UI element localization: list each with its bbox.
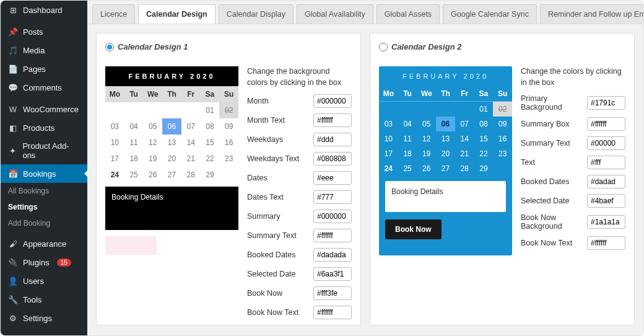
calendar-day[interactable]: 09 bbox=[219, 118, 238, 135]
calendar-day[interactable]: 27 bbox=[436, 161, 455, 176]
calendar-day[interactable] bbox=[379, 102, 398, 117]
calendar-day[interactable]: 06 bbox=[436, 117, 455, 131]
color-input[interactable] bbox=[313, 248, 352, 262]
sidebar-bookings[interactable]: 📅Bookings bbox=[1, 164, 87, 183]
calendar-day[interactable] bbox=[398, 102, 417, 117]
calendar-day[interactable]: 09 bbox=[493, 117, 512, 131]
color-input[interactable] bbox=[313, 267, 352, 281]
sidebar-settings-sub[interactable]: Settings bbox=[1, 199, 87, 215]
calendar-day[interactable] bbox=[181, 102, 201, 118]
calendar-day[interactable] bbox=[219, 167, 238, 183]
calendar-day[interactable]: 17 bbox=[105, 151, 124, 167]
calendar-day[interactable]: 08 bbox=[474, 117, 494, 131]
calendar-day[interactable]: 23 bbox=[493, 146, 512, 161]
tab-licence[interactable]: Licence bbox=[92, 4, 135, 24]
calendar-day[interactable]: 20 bbox=[162, 151, 181, 167]
color-input[interactable] bbox=[313, 171, 352, 185]
calendar-day[interactable]: 16 bbox=[493, 131, 512, 146]
calendar-day[interactable] bbox=[436, 102, 455, 117]
tab-calendar-display[interactable]: Calendar Display bbox=[219, 4, 294, 24]
design-1-radio[interactable]: Calendar Design 1 bbox=[105, 42, 352, 51]
calendar-day[interactable]: 08 bbox=[201, 118, 220, 135]
sidebar-comments[interactable]: 💬Comments bbox=[1, 78, 87, 97]
calendar-day[interactable]: 11 bbox=[398, 131, 417, 146]
calendar-day[interactable]: 10 bbox=[105, 135, 124, 151]
sidebar-products[interactable]: ◧Products bbox=[1, 118, 87, 137]
sidebar-users[interactable]: 👤Users bbox=[1, 272, 87, 290]
calendar-day[interactable] bbox=[455, 102, 474, 117]
calendar-day[interactable]: 21 bbox=[181, 151, 201, 167]
calendar-day[interactable]: 26 bbox=[417, 161, 436, 176]
calendar-day[interactable]: 12 bbox=[143, 135, 162, 151]
color-input[interactable] bbox=[313, 229, 352, 242]
color-input[interactable] bbox=[587, 215, 625, 229]
calendar-day[interactable]: 26 bbox=[143, 167, 162, 183]
sidebar-cloudways[interactable]: ☁Cloudways Migrate bbox=[1, 330, 87, 335]
cal2-book-now[interactable]: Book Now bbox=[385, 219, 442, 239]
calendar-day[interactable]: 05 bbox=[417, 117, 436, 131]
calendar-day[interactable]: 25 bbox=[398, 161, 417, 176]
calendar-day[interactable]: 06 bbox=[162, 118, 181, 135]
calendar-day[interactable]: 12 bbox=[417, 131, 436, 146]
calendar-day[interactable]: 21 bbox=[455, 146, 474, 161]
color-input[interactable] bbox=[587, 156, 625, 169]
sidebar-media[interactable]: 🎵Media bbox=[1, 41, 87, 60]
calendar-day[interactable]: 18 bbox=[124, 151, 144, 167]
color-input[interactable] bbox=[587, 96, 625, 110]
color-input[interactable] bbox=[587, 236, 625, 250]
calendar-day[interactable] bbox=[105, 102, 124, 118]
calendar-day[interactable]: 07 bbox=[455, 117, 474, 131]
calendar-day[interactable] bbox=[417, 102, 436, 117]
color-input[interactable] bbox=[587, 194, 625, 208]
tab-calendar-design[interactable]: Calendar Design bbox=[138, 4, 215, 24]
sidebar-woocommerce[interactable]: WWooCommerce bbox=[1, 100, 87, 118]
color-input[interactable] bbox=[313, 190, 352, 204]
tab-global-availability[interactable]: Global Availability bbox=[297, 4, 373, 24]
calendar-day[interactable] bbox=[493, 161, 512, 176]
calendar-day[interactable]: 11 bbox=[124, 135, 144, 151]
calendar-day[interactable]: 19 bbox=[417, 146, 436, 161]
calendar-day[interactable]: 13 bbox=[436, 131, 455, 146]
sidebar-all-bookings[interactable]: All Bookings bbox=[1, 183, 87, 199]
calendar-day[interactable]: 29 bbox=[474, 161, 494, 176]
calendar-day[interactable]: 14 bbox=[181, 135, 201, 151]
calendar-day[interactable]: 19 bbox=[143, 151, 162, 167]
color-input[interactable] bbox=[313, 94, 352, 108]
calendar-day[interactable]: 07 bbox=[181, 118, 201, 135]
calendar-day[interactable]: 10 bbox=[379, 131, 398, 146]
sidebar-pages[interactable]: 📄Pages bbox=[1, 60, 87, 78]
sidebar-product-addons[interactable]: ✦Product Add-ons bbox=[1, 137, 87, 164]
color-input[interactable] bbox=[313, 210, 352, 223]
calendar-day[interactable]: 28 bbox=[181, 167, 201, 183]
calendar-day[interactable]: 15 bbox=[474, 131, 494, 146]
calendar-day[interactable]: 22 bbox=[201, 151, 220, 167]
calendar-day[interactable]: 03 bbox=[379, 117, 398, 131]
cal1-book-now[interactable]: Book Now bbox=[105, 236, 157, 255]
calendar-day[interactable] bbox=[162, 102, 181, 118]
sidebar-plugins[interactable]: 🔌Plugins15 bbox=[1, 253, 87, 272]
sidebar-appearance[interactable]: 🖌Appearance bbox=[1, 234, 87, 253]
color-input[interactable] bbox=[587, 136, 625, 150]
calendar-day[interactable]: 29 bbox=[201, 167, 220, 183]
calendar-day[interactable] bbox=[124, 102, 144, 118]
sidebar-settings[interactable]: ⚙Settings bbox=[1, 309, 87, 327]
color-input[interactable] bbox=[313, 306, 352, 319]
color-input[interactable] bbox=[587, 117, 625, 131]
calendar-day[interactable]: 01 bbox=[201, 102, 220, 118]
calendar-day[interactable]: 23 bbox=[219, 151, 238, 167]
calendar-day[interactable]: 18 bbox=[398, 146, 417, 161]
calendar-day[interactable]: 25 bbox=[124, 167, 144, 183]
calendar-day[interactable]: 05 bbox=[143, 118, 162, 135]
calendar-day[interactable]: 27 bbox=[162, 167, 181, 183]
calendar-day[interactable]: 28 bbox=[455, 161, 474, 176]
tab-global-assets[interactable]: Global Assets bbox=[376, 4, 440, 24]
calendar-day[interactable]: 03 bbox=[105, 118, 124, 135]
calendar-day[interactable]: 24 bbox=[379, 161, 398, 176]
sidebar-add-booking[interactable]: Add Booking bbox=[1, 215, 87, 231]
color-input[interactable] bbox=[313, 113, 352, 127]
tab-google-sync[interactable]: Google Calendar Sync bbox=[443, 4, 537, 24]
calendar-day[interactable]: 01 bbox=[474, 102, 494, 117]
calendar-day[interactable]: 04 bbox=[124, 118, 144, 135]
calendar-day[interactable] bbox=[143, 102, 162, 118]
calendar-day[interactable]: 15 bbox=[201, 135, 220, 151]
